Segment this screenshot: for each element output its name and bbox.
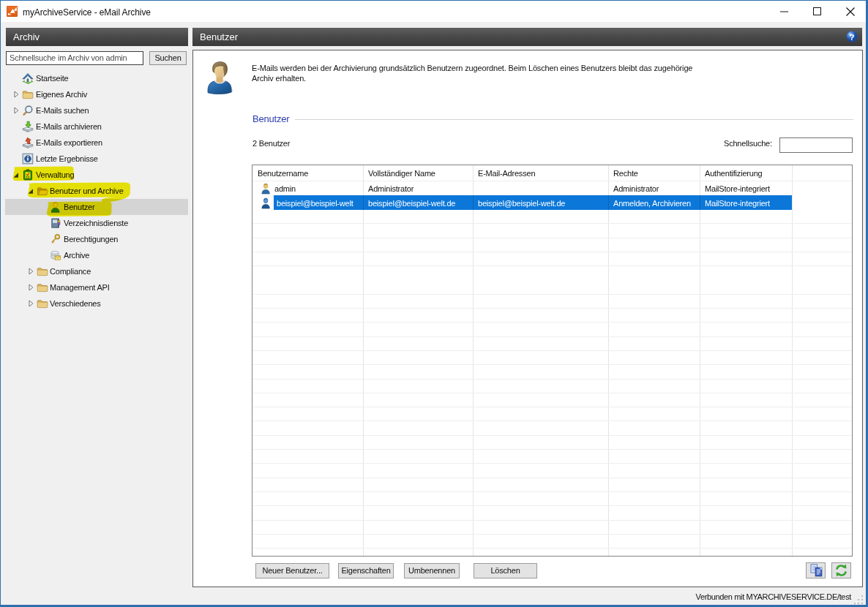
svg-text:?: ? <box>850 33 855 42</box>
